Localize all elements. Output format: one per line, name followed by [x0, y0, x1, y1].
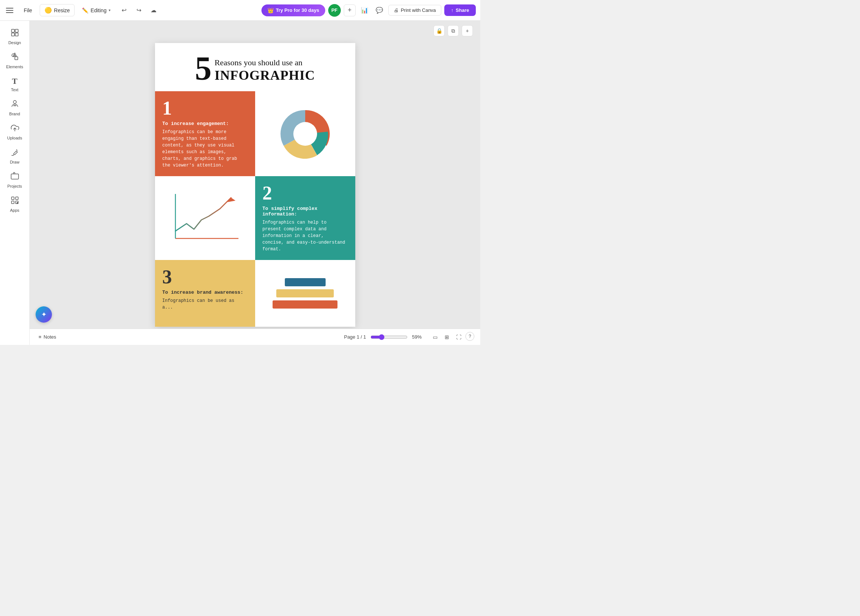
sidebar-item-apps[interactable]: Apps	[2, 193, 28, 215]
share-icon: ↑	[451, 8, 454, 13]
cell1-number: 1	[162, 99, 248, 118]
add-canvas-button[interactable]: +	[462, 25, 473, 36]
brand-icon	[10, 99, 19, 110]
undo-button[interactable]: ↩	[118, 5, 130, 16]
user-avatar[interactable]: PF	[328, 4, 341, 17]
try-pro-label: Try Pro for 30 days	[276, 8, 319, 13]
title-number: 5	[195, 52, 212, 85]
cell5-number: 3	[162, 267, 248, 287]
resize-label: Resize	[54, 8, 70, 13]
expand-view-button[interactable]: ⛶	[454, 332, 464, 342]
apps-icon	[10, 196, 19, 207]
notes-icon: ≡	[39, 334, 42, 340]
brand-label: Brand	[9, 112, 20, 116]
editing-label: Editing	[91, 8, 107, 13]
grid-view-button[interactable]: ⊞	[442, 332, 452, 342]
design-label: Design	[8, 41, 21, 45]
uploads-label: Uploads	[7, 136, 22, 140]
svg-rect-1	[15, 29, 18, 32]
canvas-viewport[interactable]: 5 Reasons you should use an INFOGRAPHIC …	[30, 21, 480, 345]
cell5-heading: To increase brand awareness:	[162, 290, 248, 295]
single-view-button[interactable]: ▭	[430, 332, 440, 342]
share-label: Share	[456, 8, 469, 13]
resize-emoji: 🟡	[44, 7, 52, 14]
svg-rect-11	[11, 174, 19, 179]
apps-label: Apps	[10, 208, 19, 212]
view-buttons: ▭ ⊞ ⛶ ?	[430, 332, 474, 342]
svg-point-18	[293, 122, 317, 146]
crown-icon: 👑	[267, 8, 274, 13]
line-chart	[164, 187, 246, 250]
magic-icon: ✦	[41, 310, 47, 319]
cell5-body: Infographics can be used as a...	[162, 297, 248, 311]
status-bar: ≡ Notes Page 1 / 1 59% ▭ ⊞ ⛶ ?	[30, 328, 480, 345]
text-icon: T	[12, 76, 17, 86]
zoom-controls	[370, 334, 408, 340]
cell-4-simplify: 2 To simplify complex information: Infog…	[255, 176, 355, 260]
editing-button[interactable]: ✏️ Editing ▾	[77, 5, 115, 16]
notes-button[interactable]: ≡ Notes	[36, 333, 59, 341]
navbar: File 🟡 Resize ✏️ Editing ▾ ↩ ↪ ☁ 👑 Try P…	[0, 0, 480, 21]
cell4-heading: To simplify complex information:	[262, 206, 348, 217]
draw-label: Draw	[10, 160, 20, 164]
sidebar-item-elements[interactable]: Elements	[2, 49, 28, 72]
zoom-level-label: 59%	[412, 334, 425, 340]
canvas-toolbar: 🔒 ⧉ +	[433, 25, 473, 36]
sidebar-item-draw[interactable]: Draw	[2, 145, 28, 167]
pencil-icon: ✏️	[82, 8, 88, 13]
svg-rect-12	[11, 197, 14, 200]
bar-1	[285, 278, 326, 286]
help-button[interactable]: ?	[465, 332, 474, 341]
sidebar-item-design[interactable]: Design	[2, 25, 28, 48]
design-document: 5 Reasons you should use an INFOGRAPHIC …	[155, 43, 355, 327]
bar-2	[276, 289, 334, 297]
notes-label: Notes	[44, 334, 56, 340]
svg-rect-5	[15, 57, 18, 60]
document-header: 5 Reasons you should use an INFOGRAPHIC	[155, 43, 355, 91]
redo-button[interactable]: ↪	[133, 5, 144, 16]
projects-icon	[10, 172, 19, 182]
svg-rect-8	[13, 105, 16, 106]
lock-button[interactable]: 🔒	[433, 25, 445, 36]
cell4-body: Infographics can help to present complex…	[262, 219, 348, 253]
bar-3	[273, 300, 337, 308]
comment-button[interactable]: 💬	[374, 5, 385, 16]
sidebar-item-brand[interactable]: Brand	[2, 96, 28, 119]
canvas-area: 🔒 ⧉ + 5 Reasons you should use an INFOGR…	[30, 21, 480, 345]
cell-2-donut	[255, 91, 355, 176]
cell1-body: Infographics can be more engaging than t…	[162, 129, 248, 169]
uploads-icon	[10, 124, 19, 134]
draw-icon	[10, 148, 19, 158]
donut-chart	[276, 104, 335, 163]
sidebar-item-projects[interactable]: Projects	[2, 169, 28, 192]
svg-rect-0	[11, 29, 14, 32]
cell4-number: 2	[262, 184, 348, 203]
main-layout: Design Elements T Text	[0, 21, 480, 345]
cell-6-barchart	[255, 260, 355, 327]
chart-button[interactable]: 📊	[359, 5, 370, 16]
zoom-slider[interactable]	[370, 334, 408, 340]
projects-label: Projects	[8, 184, 22, 189]
try-pro-button[interactable]: 👑 Try Pro for 30 days	[261, 5, 325, 16]
print-button[interactable]: 🖨 Print with Canva	[388, 5, 442, 16]
cell-1-engagement: 1 To increase engagement: Infographics c…	[155, 91, 255, 176]
resize-button[interactable]: 🟡 Resize	[40, 4, 75, 16]
duplicate-button[interactable]: ⧉	[447, 25, 459, 36]
cloud-save-button[interactable]: ☁	[148, 5, 160, 16]
share-button[interactable]: ↑ Share	[444, 5, 476, 16]
chevron-down-icon: ▾	[109, 8, 110, 12]
text-label: Text	[11, 88, 18, 92]
svg-rect-13	[16, 197, 18, 200]
design-icon	[10, 28, 19, 39]
svg-point-7	[13, 101, 16, 104]
magic-button[interactable]: ✦	[36, 306, 52, 323]
sidebar-item-text[interactable]: T Text	[2, 74, 28, 95]
cell1-heading: To increase engagement:	[162, 121, 248, 126]
title-text-block: Reasons you should use an INFOGRAPHIC	[215, 54, 315, 83]
title-line1: Reasons you should use an	[215, 58, 315, 68]
hamburger-menu[interactable]	[5, 5, 16, 16]
page-indicator: Page 1 / 1	[344, 334, 366, 340]
add-button[interactable]: +	[344, 5, 356, 16]
sidebar-item-uploads[interactable]: Uploads	[2, 121, 28, 143]
file-menu-button[interactable]: File	[19, 5, 37, 16]
